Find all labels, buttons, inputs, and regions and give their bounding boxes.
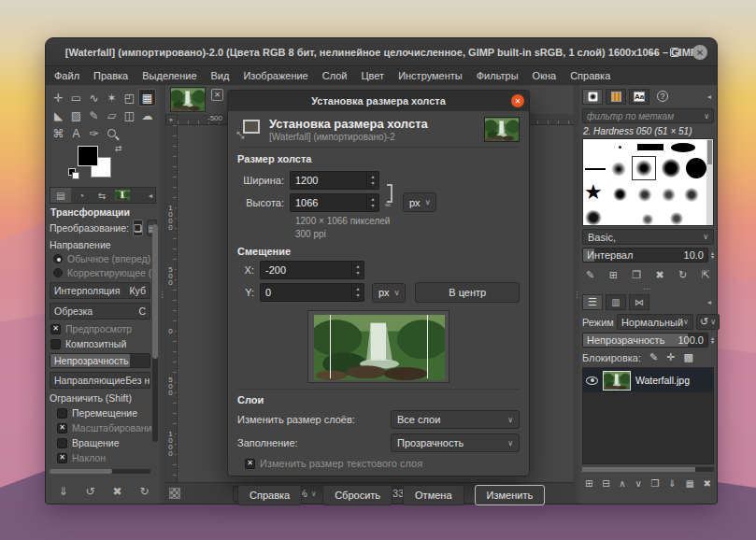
bucket-fill-tool-icon[interactable]: ◣ [50, 107, 67, 124]
size-unit-select[interactable]: px ∨ [403, 192, 436, 212]
delete-layer-icon[interactable]: ✖ [704, 478, 711, 489]
width-spinner[interactable]: ▴▾ [366, 172, 378, 189]
quick-mask-toggle[interactable] [169, 488, 180, 499]
help-button[interactable]: Справка [237, 485, 302, 505]
menu-windows[interactable]: Окна [533, 70, 557, 81]
tab-channels[interactable]: ▥ [606, 294, 626, 310]
reset-options-icon[interactable]: ↻ [139, 485, 149, 498]
y-spinner[interactable]: ▴▾ [351, 284, 364, 301]
layer-list-scrollbar[interactable] [582, 467, 714, 472]
menu-edit[interactable]: Правка [93, 70, 128, 81]
dock-menu-button[interactable]: ◂ [705, 298, 714, 306]
brush-item[interactable] [686, 158, 706, 178]
text-tool-icon[interactable]: A [67, 124, 85, 142]
brush-item[interactable] [613, 188, 627, 201]
offset-preview[interactable] [307, 310, 449, 383]
minimize-button[interactable]: – [650, 46, 657, 60]
raise-layer-icon[interactable]: ∧ [619, 478, 625, 489]
brush-item[interactable] [662, 159, 680, 178]
brush-item[interactable] [671, 143, 695, 152]
layer-opacity-slider[interactable]: Непрозрачность 100.0 [582, 333, 708, 348]
eraser-tool-icon[interactable]: ▱ [103, 107, 121, 124]
new-layer-group-icon[interactable]: ⊟ [602, 478, 609, 489]
ok-button[interactable]: Изменить [475, 485, 546, 505]
menu-colors[interactable]: Цвет [361, 70, 384, 81]
opacity-spinner[interactable]: ▴ ▾ [708, 336, 714, 344]
smudge-tool-icon[interactable]: ☁ [138, 107, 156, 124]
lock-pixels-icon[interactable]: ✎ [649, 351, 658, 363]
clone-tool-icon[interactable]: ◫ [121, 107, 138, 124]
open-brush-as-image-icon[interactable]: ⇱ [702, 269, 710, 281]
constrain-move-checkbox[interactable]: Перемещение [57, 407, 150, 419]
ruler-corner-button[interactable]: ▸ [165, 114, 178, 125]
offset-y-input[interactable]: 0 ▴▾ [260, 283, 364, 302]
menu-filters[interactable]: Фильтры [477, 70, 519, 81]
brush-item[interactable] [662, 188, 676, 202]
paintbrush-tool-icon[interactable]: ✎ [85, 107, 103, 124]
center-button[interactable]: В центр [415, 282, 520, 303]
default-colors-icon[interactable] [68, 168, 79, 179]
tab-brushes[interactable] [582, 89, 603, 105]
dock-resize-handle[interactable]: ⋯ [582, 285, 714, 292]
direction-corrective-option[interactable]: Корректирующее (на [53, 267, 150, 278]
tab-layers[interactable]: ☰ [582, 294, 603, 310]
tab-undo-history[interactable]: ⇆ [92, 188, 112, 203]
edit-brush-icon[interactable]: ✎ [586, 269, 594, 281]
interpolation-select[interactable]: Интерполяция Куб [50, 282, 150, 299]
resize-text-layers-checkbox[interactable]: ✕ Изменить размер текстового слоя [245, 458, 520, 469]
window-titlebar[interactable]: [Waterfall] (импортировано)-2.0 (Цвета R… [46, 38, 717, 66]
layer-mode-select[interactable]: Нормальный ∨ [617, 314, 693, 330]
unified-transform-tool-icon[interactable]: ▦ [138, 89, 156, 107]
clipping-select[interactable]: Обрезка С [50, 303, 150, 320]
delete-brush-icon[interactable]: ✖ [656, 269, 664, 281]
layer-row-waterfall[interactable]: Waterfall.jpg [583, 368, 713, 392]
resize-layers-select[interactable]: Все слои ∨ [391, 410, 520, 429]
duplicate-layer-icon[interactable]: ❐ [651, 478, 660, 489]
brush-item[interactable] [637, 144, 663, 150]
duplicate-brush-icon[interactable]: ❐ [632, 269, 641, 281]
fill-select[interactable]: Прозрачность ∨ [391, 433, 520, 452]
lock-alpha-icon[interactable]: ▩ [683, 351, 692, 363]
height-spinner[interactable]: ▴▾ [366, 194, 378, 211]
brush-item-star[interactable]: ★ [584, 182, 603, 203]
foreground-color-swatch[interactable] [78, 146, 98, 166]
brush-item[interactable] [611, 162, 626, 177]
restore-preset-icon[interactable]: ↺ [85, 485, 94, 498]
crop-tool-icon[interactable]: ◰ [121, 89, 138, 107]
constrain-rotate-checkbox[interactable]: Вращение [57, 437, 150, 448]
zoom-tool-icon[interactable] [103, 124, 121, 142]
brush-item[interactable] [669, 212, 684, 225]
menu-select[interactable]: Выделение [142, 70, 196, 81]
save-preset-icon[interactable]: ⇓ [58, 485, 67, 498]
tab-help[interactable]: ? [652, 89, 673, 105]
mode-reset-button[interactable]: ↺ ∨ [696, 314, 720, 330]
dialog-titlebar[interactable]: Установка размера холста ✕ [228, 91, 529, 111]
composited-checkbox[interactable]: Композитный [50, 338, 150, 349]
guides-select[interactable]: Направляющие Без напра [50, 372, 150, 389]
spacing-spinner[interactable]: ▴ ▾ [708, 251, 714, 259]
menu-tools[interactable]: Инструменты [398, 70, 463, 81]
offset-unit-select[interactable]: px ∨ [372, 283, 406, 303]
brush-item[interactable] [585, 210, 602, 225]
move-tool-icon[interactable]: ✛ [50, 89, 67, 107]
tab-device-status[interactable]: ◔ [71, 188, 92, 203]
rectangle-select-tool-icon[interactable]: ▭ [67, 89, 85, 107]
lock-position-icon[interactable]: ✛ [666, 351, 675, 363]
brush-item[interactable] [641, 214, 654, 225]
tab-paths[interactable]: ⋈ [629, 294, 649, 310]
merge-layer-icon[interactable]: ⇓ [668, 478, 676, 489]
direction-normal-option[interactable]: Обычное (вперед) [53, 253, 150, 264]
close-button[interactable]: ✕ [692, 45, 707, 60]
gradient-tool-icon[interactable]: ▨ [67, 107, 85, 124]
layer-mask-icon[interactable]: ▦ [685, 478, 693, 489]
x-spinner[interactable]: ▴▾ [351, 262, 364, 278]
chain-link-icon[interactable]: ∞ [384, 184, 395, 203]
brush-group-select[interactable]: Basic, ∨ [582, 229, 714, 245]
brush-grid[interactable]: ★ [582, 138, 714, 226]
menu-layer[interactable]: Слой [322, 70, 348, 81]
visibility-eye-icon[interactable] [586, 377, 598, 385]
lower-layer-icon[interactable]: ∨ [635, 478, 641, 489]
height-input[interactable]: 1066 ▴▾ [290, 193, 379, 212]
brush-item-selected[interactable] [635, 160, 652, 177]
brush-item[interactable] [684, 188, 699, 202]
